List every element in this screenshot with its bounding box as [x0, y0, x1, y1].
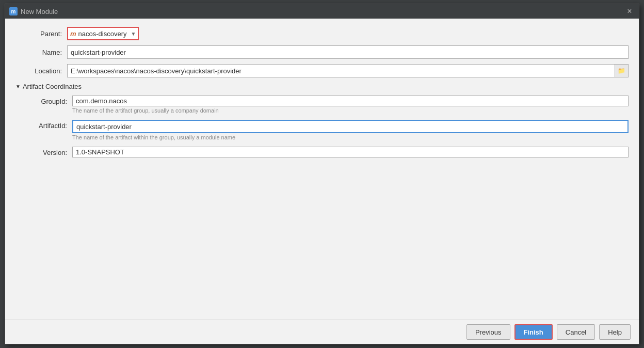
parent-module-icon: m — [70, 30, 76, 38]
close-button[interactable]: × — [624, 6, 635, 17]
location-label: Location: — [15, 67, 67, 75]
artifactid-hint: The name of the artifact within the grou… — [72, 134, 629, 140]
artifactid-label: ArtifactId: — [31, 120, 72, 130]
dialog-footer: Previous Finish Cancel Help — [5, 320, 639, 344]
version-input-wrapper — [72, 147, 629, 157]
groupid-label: GroupId: — [31, 96, 72, 105]
location-row: Location: 📁 — [15, 64, 629, 77]
version-input[interactable] — [72, 147, 629, 157]
dialog-icon: m — [9, 7, 18, 15]
name-input[interactable] — [67, 45, 629, 59]
groupid-input-wrapper: The name of the artifact group, usually … — [72, 96, 629, 118]
version-row: Version: — [31, 147, 629, 157]
dialog-body: Parent: m nacos-discovery ▼ Name: Locati… — [5, 19, 639, 320]
location-wrapper: 📁 — [67, 64, 629, 77]
cancel-button[interactable]: Cancel — [557, 324, 595, 340]
previous-button[interactable]: Previous — [466, 324, 510, 340]
location-input[interactable] — [67, 64, 615, 77]
dialog-title: New Module — [21, 8, 58, 15]
parent-row: Parent: m nacos-discovery ▼ — [15, 27, 629, 40]
name-label: Name: — [15, 49, 67, 56]
location-browse-button[interactable]: 📁 — [615, 64, 629, 77]
title-bar-left: m New Module — [9, 7, 58, 15]
parent-dropdown-arrow-icon[interactable]: ▼ — [131, 31, 136, 37]
parent-select[interactable]: m nacos-discovery ▼ — [67, 27, 139, 40]
dialog-icon-text: m — [11, 9, 16, 14]
name-row: Name: — [15, 45, 629, 59]
groupid-input[interactable] — [72, 96, 629, 106]
finish-button[interactable]: Finish — [514, 324, 553, 340]
artifact-section-header: ▼ Artifact Coordinates — [15, 83, 629, 90]
section-collapse-arrow[interactable]: ▼ — [15, 84, 21, 89]
new-module-dialog: m New Module × Parent: m nacos-discovery… — [5, 4, 639, 344]
groupid-hint: The name of the artifact group, usually … — [72, 107, 629, 114]
folder-icon: 📁 — [618, 67, 625, 74]
artifact-section-content: GroupId: The name of the artifact group,… — [15, 96, 629, 157]
artifactid-input[interactable] — [72, 120, 629, 133]
title-bar: m New Module × — [5, 4, 639, 19]
artifactid-row: ArtifactId: The name of the artifact wit… — [31, 120, 629, 145]
parent-label: Parent: — [15, 30, 67, 38]
artifactid-input-wrapper: The name of the artifact within the grou… — [72, 120, 629, 145]
section-title: Artifact Coordinates — [23, 83, 82, 90]
groupid-row: GroupId: The name of the artifact group,… — [31, 96, 629, 118]
parent-module-name: nacos-discovery — [78, 30, 127, 38]
help-button[interactable]: Help — [599, 324, 631, 340]
version-label: Version: — [31, 147, 72, 156]
